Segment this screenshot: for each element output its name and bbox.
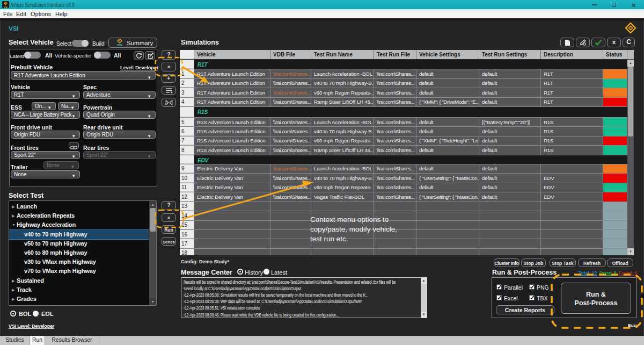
svg-text:VDB: VDB [117,44,122,47]
svg-text:VSI: VSI [4,6,8,9]
